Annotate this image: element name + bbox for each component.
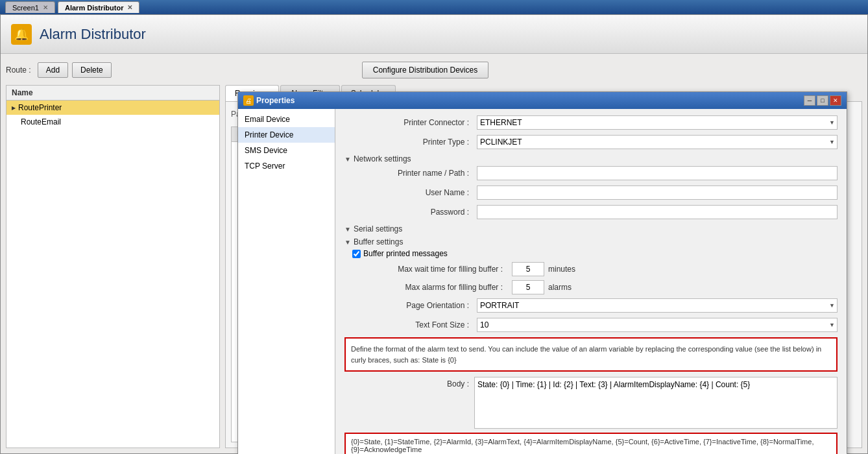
max-wait-unit: minutes — [548, 265, 575, 274]
printer-connector-select-wrapper: ETHERNET SERIAL USB PARALLEL — [477, 115, 838, 130]
buffer-checkbox[interactable] — [352, 250, 361, 258]
network-settings-header: ▼ Network settings — [344, 154, 838, 163]
printer-connector-row: Printer Connector : ETHERNET SERIAL USB … — [344, 115, 838, 130]
network-settings-toggle[interactable]: ▼ — [344, 156, 351, 163]
text-font-size-row: Text Font Size : 8 9 10 11 12 14 — [344, 318, 838, 332]
dialog-titlebar: 🖨 Properties ─ □ ✕ — [238, 92, 847, 109]
printer-type-label: Printer Type : — [344, 137, 474, 147]
window-icon: 🔔 — [11, 24, 32, 45]
password-label: Password : — [344, 208, 474, 217]
body-label: Body : — [344, 377, 474, 388]
info-box: Define the format of the alarm text to s… — [344, 337, 838, 372]
printer-type-select-wrapper: PCLINKJET POSTSCRIPT GENERIC — [477, 135, 838, 149]
dialog-maximize-button[interactable]: □ — [817, 95, 828, 106]
dialog-controls: ─ □ ✕ — [804, 95, 841, 106]
text-font-size-label: Text Font Size : — [344, 320, 474, 329]
route-list-panel: Name RoutePrinter RouteEmail — [6, 85, 220, 448]
printer-connector-select[interactable]: ETHERNET SERIAL USB PARALLEL — [477, 115, 838, 130]
printer-connector-label: Printer Connector : — [344, 118, 474, 127]
dialog-close-button[interactable]: ✕ — [830, 95, 841, 106]
tab-alarm-distributor[interactable]: Alarm Distributor ✕ — [58, 1, 139, 13]
device-list: Email Device Printer Device SMS Device T… — [238, 109, 335, 454]
text-font-size-select-wrapper: 8 9 10 11 12 14 — [477, 318, 838, 332]
printer-name-input[interactable] — [477, 166, 838, 180]
page-orientation-row: Page Orientation : PORTRAIT LANDSCAPE — [344, 298, 838, 313]
body-textarea[interactable]: State: {0} | Time: {1} | Id: {2} | Text:… — [474, 377, 838, 429]
text-font-size-select[interactable]: 8 9 10 11 12 14 — [477, 318, 838, 332]
variable-list: {0}=State, {1}=StateTime, {2}=AlarmId, {… — [344, 433, 838, 454]
max-alarms-row: Max alarms for filling buffer : alarms — [352, 280, 838, 294]
page-orientation-select[interactable]: PORTRAIT LANDSCAPE — [477, 298, 838, 313]
serial-settings-header: ▼ Serial settings — [344, 224, 838, 233]
dialog-minimize-button[interactable]: ─ — [804, 95, 815, 106]
buffer-checkbox-row: Buffer printed messages — [352, 249, 838, 258]
password-input[interactable] — [477, 205, 838, 219]
delete-button[interactable]: Delete — [72, 62, 112, 78]
window-title: Alarm Distributor — [40, 26, 146, 43]
printer-type-row: Printer Type : PCLINKJET POSTSCRIPT GENE… — [344, 135, 838, 149]
route-label: Route : — [6, 66, 31, 75]
max-alarms-unit: alarms — [548, 283, 572, 292]
configure-button[interactable]: Configure Distribution Devices — [362, 62, 488, 78]
page-orientation-select-wrapper: PORTRAIT LANDSCAPE — [477, 298, 838, 313]
window-header: 🔔 Alarm Distributor — [1, 15, 867, 54]
user-name-label: User Name : — [344, 188, 474, 197]
device-item-sms[interactable]: SMS Device — [238, 143, 335, 158]
tab-alarm-distributor-close[interactable]: ✕ — [127, 4, 132, 11]
max-wait-input[interactable] — [512, 262, 544, 276]
tab-screen1[interactable]: Screen1 ✕ — [5, 1, 55, 13]
buffer-settings-toggle[interactable]: ▼ — [344, 239, 351, 246]
page-orientation-label: Page Orientation : — [344, 301, 474, 310]
dialog-title-text: Properties — [256, 96, 801, 105]
top-toolbar: Route : Add Delete Configure Distributio… — [6, 59, 862, 81]
max-alarms-label: Max alarms for filling buffer : — [352, 283, 508, 292]
content-area: Route : Add Delete Configure Distributio… — [1, 54, 867, 453]
printer-name-row: Printer name / Path : — [344, 166, 838, 180]
device-item-printer[interactable]: Printer Device — [238, 127, 335, 143]
buffer-settings-header: ▼ Buffer settings — [344, 237, 838, 246]
form-area: Printer Connector : ETHERNET SERIAL USB … — [335, 109, 847, 454]
device-item-tcp[interactable]: TCP Server — [238, 158, 335, 174]
list-item-route-email[interactable]: RouteEmail — [6, 115, 219, 129]
properties-dialog: 🖨 Properties ─ □ ✕ Email Device Printer … — [237, 91, 847, 454]
printer-name-label: Printer name / Path : — [344, 169, 474, 178]
printer-type-select[interactable]: PCLINKJET POSTSCRIPT GENERIC — [477, 135, 838, 149]
max-wait-label: Max wait time for filling buffer : — [352, 265, 508, 274]
dialog-title-icon: 🖨 — [243, 95, 254, 106]
add-button[interactable]: Add — [38, 62, 68, 78]
route-list-header: Name — [6, 86, 219, 101]
max-alarms-input[interactable] — [512, 280, 544, 294]
user-name-row: User Name : — [344, 185, 838, 200]
tab-screen1-close[interactable]: ✕ — [43, 4, 48, 11]
password-row: Password : — [344, 205, 838, 219]
device-item-email[interactable]: Email Device — [238, 112, 335, 127]
serial-settings-toggle[interactable]: ▼ — [344, 226, 351, 233]
dialog-body: Email Device Printer Device SMS Device T… — [238, 109, 847, 454]
list-item-route-printer[interactable]: RoutePrinter — [6, 101, 219, 115]
user-name-input[interactable] — [477, 185, 838, 200]
max-wait-row: Max wait time for filling buffer : minut… — [352, 262, 838, 276]
body-area: Body : State: {0} | Time: {1} | Id: {2} … — [344, 377, 838, 429]
titlebar: Screen1 ✕ Alarm Distributor ✕ — [0, 0, 868, 14]
main-window: 🔔 Alarm Distributor Route : Add Delete C… — [0, 14, 868, 454]
